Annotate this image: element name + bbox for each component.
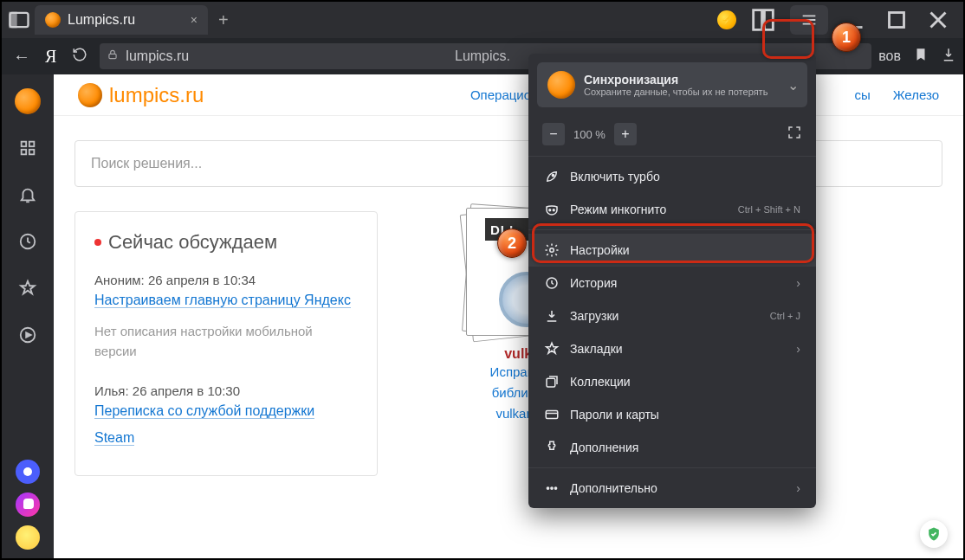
menu-turbo[interactable]: Включить турбо xyxy=(528,160,816,193)
window-maximize-icon[interactable] xyxy=(882,5,911,35)
url-domain: lumpics.ru xyxy=(126,48,189,64)
security-shield-icon[interactable] xyxy=(920,520,948,548)
nav-hardware[interactable]: Железо xyxy=(893,87,939,102)
discuss-heading-text: Сейчас обсуждаем xyxy=(108,231,277,254)
menu-history[interactable]: История › xyxy=(528,267,816,299)
mask-icon xyxy=(544,202,560,217)
browser-tab[interactable]: Lumpics.ru × xyxy=(35,5,208,35)
menu-addons[interactable]: Дополнения xyxy=(528,431,816,464)
lock-icon xyxy=(107,48,119,64)
menu-bookmarks-label: Закладки xyxy=(570,342,623,356)
download-menu-icon xyxy=(544,308,560,324)
address-page-title: Lumpics. xyxy=(455,48,510,64)
card-icon xyxy=(544,407,560,422)
new-tab-button[interactable]: + xyxy=(208,10,239,30)
sidebar-service-2-icon[interactable] xyxy=(16,492,40,517)
sync-title: Синхронизация xyxy=(584,73,767,87)
downloads-icon[interactable] xyxy=(941,47,956,66)
svg-rect-15 xyxy=(547,378,555,387)
menu-sync-box[interactable]: Синхронизация Сохраните данные, чтобы их… xyxy=(537,62,807,107)
discuss-card: Сейчас обсуждаем Аноним: 26 апреля в 10:… xyxy=(74,211,378,476)
annotation-marker-2: 2 xyxy=(497,229,527,258)
menu-bookmarks[interactable]: Закладки › xyxy=(528,332,816,365)
tab-favicon-icon xyxy=(45,12,61,28)
post-1-link[interactable]: Настраиваем главную страницу Яндекс xyxy=(94,293,351,308)
chevron-down-icon: ⌄ xyxy=(787,77,799,93)
chevron-right-icon: › xyxy=(796,342,800,356)
sync-subtitle: Сохраните данные, чтобы их не потерять xyxy=(584,87,767,97)
menu-downloads-label: Загрузки xyxy=(570,309,619,323)
tab-close-icon[interactable]: × xyxy=(191,13,198,27)
reader-icon[interactable] xyxy=(748,5,778,35)
menu-settings-label: Настройки xyxy=(570,243,630,257)
live-dot-icon xyxy=(94,239,101,246)
sidebar-star-icon[interactable] xyxy=(18,279,37,301)
menu-more[interactable]: Дополнительно › xyxy=(528,472,816,505)
menu-passwords[interactable]: Пароли и карты xyxy=(528,398,816,431)
sidebar-service-1-icon[interactable] xyxy=(16,460,40,484)
sidebar-history-icon[interactable] xyxy=(18,232,37,254)
tab-title: Lumpics.ru xyxy=(68,12,135,28)
clock-icon xyxy=(544,275,560,291)
post-2-meta: Илья: 26 апреля в 10:30 xyxy=(94,383,358,398)
tab-strip: Lumpics.ru × + ⚡ xyxy=(2,2,963,38)
zoom-out-button[interactable]: − xyxy=(542,123,565,145)
fullscreen-icon[interactable] xyxy=(787,125,802,144)
menu-incognito-label: Режим инкогнито xyxy=(570,203,666,216)
svg-point-19 xyxy=(554,487,556,489)
svg-point-12 xyxy=(553,209,554,211)
yandex-logo-icon[interactable]: Я xyxy=(42,47,60,67)
svg-rect-6 xyxy=(22,150,27,155)
nav-item-2[interactable]: сы xyxy=(854,87,870,102)
menu-incognito-hotkey: Ctrl + Shift + N xyxy=(738,204,800,215)
zoom-in-button[interactable]: + xyxy=(614,123,637,145)
sidebar-play-icon[interactable] xyxy=(18,325,37,348)
svg-rect-5 xyxy=(29,142,35,147)
zoom-percent: 100 % xyxy=(573,128,606,141)
sidebar-service-3-icon[interactable] xyxy=(16,525,40,550)
menu-more-label: Дополнительно xyxy=(570,481,657,495)
site-logo-icon xyxy=(78,83,102,107)
menu-collections[interactable]: Коллекции xyxy=(528,365,816,398)
menu-collections-label: Коллекции xyxy=(570,375,631,389)
sidebar-apps-icon[interactable] xyxy=(18,138,37,161)
menu-downloads[interactable]: Загрузки Ctrl + J xyxy=(528,299,816,332)
svg-rect-7 xyxy=(29,150,35,155)
discuss-heading: Сейчас обсуждаем xyxy=(94,231,358,254)
menu-history-label: История xyxy=(570,276,617,290)
site-header: lumpics.ru Операционны сы Железо xyxy=(54,74,963,116)
sidebar-site-icon[interactable] xyxy=(15,88,41,114)
menu-incognito[interactable]: Режим инкогнито Ctrl + Shift + N xyxy=(528,193,816,226)
menu-settings[interactable]: Настройки xyxy=(528,234,816,267)
browser-sidebar xyxy=(2,74,54,558)
site-logo[interactable]: lumpics.ru xyxy=(78,83,204,107)
menu-zoom-row: − 100 % + xyxy=(528,116,816,152)
gear-menu-icon xyxy=(544,242,560,258)
menu-turbo-label: Включить турбо xyxy=(570,170,660,183)
site-logo-text: lumpics.ru xyxy=(109,83,204,107)
svg-rect-1 xyxy=(10,13,16,27)
svg-point-11 xyxy=(549,209,551,211)
svg-rect-16 xyxy=(546,411,558,419)
turbo-indicator-icon[interactable]: ⚡ xyxy=(717,10,736,29)
sidebar-toggle-icon[interactable] xyxy=(7,8,31,32)
menu-passwords-label: Пароли и карты xyxy=(570,408,659,422)
sidebar-bell-icon[interactable] xyxy=(18,185,37,208)
window-close-icon[interactable] xyxy=(923,5,953,35)
chevron-right-icon: › xyxy=(796,481,800,495)
post-1-note: Нет описания настройки мобильной версии xyxy=(94,322,358,361)
svg-point-18 xyxy=(551,487,553,489)
marker-2-text: 2 xyxy=(508,235,516,253)
reload-button[interactable] xyxy=(67,47,93,66)
site-search-placeholder: Поиск решения... xyxy=(91,156,202,171)
rocket-icon xyxy=(544,169,560,184)
back-button[interactable]: ← xyxy=(9,47,35,67)
post-2-link[interactable]: Переписка со службой поддержки Steam xyxy=(94,403,314,445)
bookmark-icon[interactable] xyxy=(913,47,929,66)
main-menu-button[interactable] xyxy=(790,5,828,35)
address-bar: ← Я lumpics.ru Lumpics. вов xyxy=(2,38,963,74)
menu-downloads-hotkey: Ctrl + J xyxy=(770,311,800,321)
svg-rect-2 xyxy=(890,13,904,28)
svg-rect-4 xyxy=(22,142,27,147)
puzzle-icon xyxy=(544,440,560,455)
